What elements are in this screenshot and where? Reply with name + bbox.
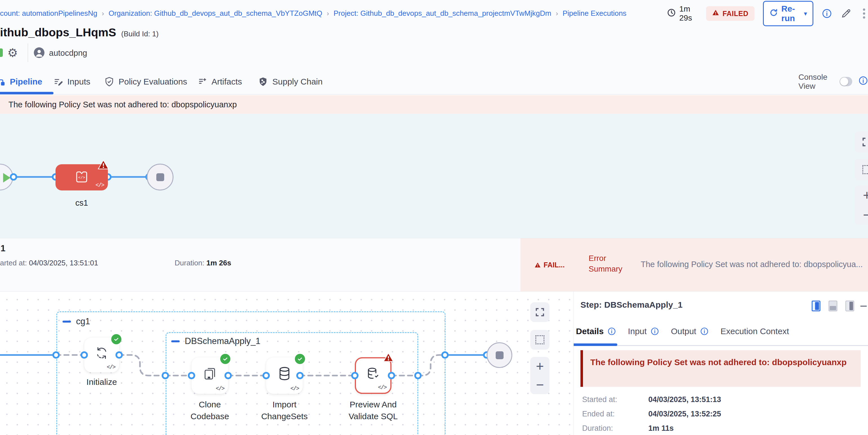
stage-fail-label: FAIL...	[544, 261, 565, 269]
step-node-preview-validate-sql[interactable]: </>	[355, 357, 392, 394]
tab-output[interactable]: Output	[671, 327, 709, 336]
tab-execution-context[interactable]: Execution Context	[720, 327, 789, 336]
node-port	[441, 351, 448, 359]
step-group-dbschemaapply-header: DBSchemaApply_1	[171, 336, 260, 346]
custom-stage-icon: </>	[74, 170, 89, 185]
stop-icon	[496, 351, 503, 359]
field-ended-at-value: 04/03/2025, 13:52:25	[648, 410, 721, 418]
marquee-icon	[535, 335, 545, 344]
stage-node-cs1[interactable]: </> </>	[56, 164, 108, 190]
field-duration-label: Duration:	[582, 424, 613, 432]
tab-policy-evaluations-label: Policy Evaluations	[119, 77, 187, 87]
node-port	[162, 372, 169, 379]
elapsed-time-value: 1m 29s	[679, 4, 698, 23]
breadcrumb-pipeline-executions[interactable]: Pipeline Executions	[562, 9, 626, 18]
step-label-clone-codebase: Clone Codebase	[182, 399, 238, 422]
code-glyph: </>	[216, 385, 224, 392]
panel-tabs-divider	[574, 345, 868, 346]
zoom-out-button[interactable]: −	[536, 378, 544, 392]
collapse-icon[interactable]	[171, 340, 180, 342]
zoom-out-button[interactable]: −	[863, 208, 868, 222]
failure-badge-icon	[98, 160, 109, 171]
breadcrumb-project[interactable]: Project: Github_db_devops_aut_db_schema_…	[334, 9, 551, 18]
breadcrumb-separator-icon: ›	[556, 9, 558, 18]
tab-input[interactable]: Input	[628, 327, 659, 336]
field-duration-value: 1m 11s	[648, 424, 674, 433]
node-port	[10, 173, 17, 181]
started-label: arted at:	[0, 259, 27, 267]
tab-supply-chain[interactable]: Supply Chain	[258, 69, 322, 94]
info-icon[interactable]	[651, 327, 659, 336]
console-view-label: Console View	[799, 73, 833, 91]
field-started-at-label: Started at:	[582, 395, 617, 404]
svg-text:</>: </>	[78, 175, 85, 180]
tab-pipeline[interactable]: Pipeline	[0, 69, 42, 94]
step-group-cg1-label[interactable]: cg1	[76, 316, 90, 327]
more-options-icon[interactable]	[860, 7, 868, 20]
minimize-panel-button[interactable]: −	[860, 298, 867, 314]
node-port	[262, 372, 270, 379]
tab-artifacts[interactable]: Artifacts	[198, 69, 242, 94]
info-icon[interactable]	[822, 8, 832, 19]
console-view-toggle[interactable]	[840, 77, 852, 86]
execution-detail-area: cg1 DBSchemaApply_1 </>	[0, 291, 868, 435]
fullscreen-button[interactable]	[530, 302, 550, 322]
breadcrumb-separator-icon: ›	[327, 9, 329, 18]
tab-pipeline-label: Pipeline	[10, 77, 42, 87]
stage-duration: Duration: 1m 26s	[175, 259, 231, 267]
node-port	[351, 372, 359, 379]
success-badge-icon	[111, 334, 121, 344]
tab-details[interactable]: Details	[576, 327, 616, 336]
step-node-clone-codebase[interactable]: </>	[191, 357, 228, 394]
marquee-icon	[862, 165, 868, 174]
edit-pipeline-icon[interactable]	[840, 8, 852, 19]
stage-summary-bar: 1 arted at: 04/03/2025, 13:51:01 Duratio…	[0, 238, 868, 291]
layout-sidebar-icon[interactable]	[845, 301, 854, 311]
policy-violation-banner: The following Policy Set was not adhered…	[0, 95, 868, 114]
step-graph-canvas[interactable]: cg1 DBSchemaApply_1 </>	[0, 291, 574, 435]
initialize-icon	[94, 345, 110, 362]
tab-input-label: Input	[628, 327, 647, 336]
warning-triangle-icon	[712, 9, 719, 18]
node-port	[188, 372, 195, 379]
gear-icon[interactable]: ⚙	[7, 45, 18, 61]
policy-violation-banner-text: The following Policy Set was not adhered…	[8, 100, 237, 109]
fullscreen-button[interactable]	[855, 131, 868, 153]
info-icon[interactable]	[859, 76, 868, 87]
app-header: count: automationPipelinesNg › Organizat…	[0, 0, 868, 95]
supply-chain-icon	[258, 76, 268, 87]
stage-fail-chip: FAIL...	[534, 261, 565, 269]
code-glyph: </>	[378, 384, 386, 391]
tab-inputs[interactable]: Inputs	[54, 69, 90, 94]
tab-policy-evaluations[interactable]: Policy Evaluations	[104, 69, 187, 94]
marquee-select-button[interactable]	[530, 330, 550, 350]
node-port	[81, 351, 88, 359]
step-details-title: Step: DBSchemaApply_1	[581, 300, 683, 310]
code-glyph: </>	[95, 182, 104, 188]
code-glyph: </>	[107, 364, 115, 371]
code-glyph: </>	[290, 385, 299, 392]
step-group-dbschemaapply-label[interactable]: DBSchemaApply_1	[185, 336, 260, 346]
node-port	[388, 372, 395, 379]
zoom-in-button[interactable]: +	[536, 360, 544, 373]
step-error-text: The following Policy Set was not adhered…	[590, 358, 846, 367]
zoom-in-button[interactable]: +	[863, 188, 868, 202]
info-icon[interactable]	[608, 327, 616, 336]
breadcrumb-organization[interactable]: Organization: Github_db_devops_aut_db_sc…	[108, 9, 322, 18]
field-ended-at: Ended at: 04/03/2025, 13:52:25	[582, 410, 615, 418]
tab-execution-context-label: Execution Context	[720, 327, 789, 336]
info-icon[interactable]	[700, 327, 709, 336]
rerun-button[interactable]: Re-run ▾	[763, 1, 813, 26]
breadcrumb-account[interactable]: count: automationPipelinesNg	[0, 9, 97, 18]
layout-bottom-panel-icon[interactable]	[829, 301, 837, 311]
failure-badge-icon	[383, 353, 394, 364]
fullscreen-icon	[534, 307, 545, 317]
collapse-icon[interactable]	[63, 321, 71, 322]
error-summary-text: The following Policy Set was not adhered…	[641, 260, 863, 269]
marquee-select-button[interactable]	[855, 159, 868, 180]
step-label-import-changesets: Import ChangeSets	[252, 399, 317, 422]
layout-right-panel-icon[interactable]	[812, 301, 820, 311]
step-node-initialize[interactable]: </>	[84, 338, 119, 372]
stage-name: 1	[1, 243, 5, 254]
stage-graph-canvas[interactable]: </> </> cs1 + −	[0, 114, 868, 238]
